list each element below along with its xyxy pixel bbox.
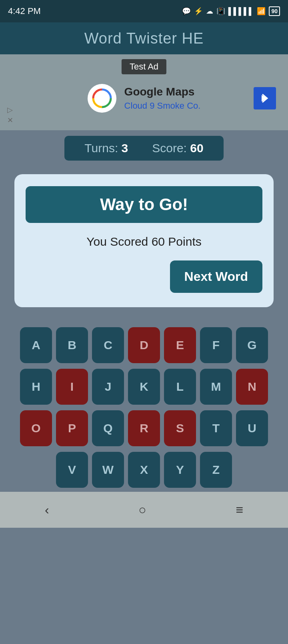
- status-bar: 4:42 PM 💬 ⚡ ☁ 📳 ▌▌▌▌▌ 📶 90: [0, 0, 288, 22]
- turns-value: 3: [122, 141, 128, 155]
- key-row-3: VWXYZ: [6, 452, 282, 488]
- ad-close-icon: ✕: [7, 116, 13, 125]
- key-i[interactable]: I: [56, 369, 88, 405]
- ad-content: Google Maps Cloud 9 Smoke Co.: [88, 84, 201, 113]
- key-letter-t: T: [212, 421, 220, 435]
- back-button[interactable]: ‹: [45, 503, 49, 517]
- key-row-1: HIJKLMN: [6, 369, 282, 405]
- ad-banner: Test Ad Google Maps Cloud 9 Smoke Co.: [0, 54, 288, 130]
- google-maps-logo: [88, 84, 116, 113]
- key-letter-p: P: [68, 421, 76, 435]
- key-w[interactable]: W: [92, 452, 124, 488]
- score-bar: Turns: 3 Score: 60: [0, 130, 288, 166]
- key-a[interactable]: A: [20, 327, 52, 363]
- key-l[interactable]: L: [164, 369, 196, 405]
- key-j[interactable]: J: [92, 369, 124, 405]
- next-word-label: Next Word: [184, 269, 248, 284]
- modal-header-text: Way to Go!: [100, 195, 188, 214]
- modal-next-row: Next Word: [26, 260, 262, 293]
- key-letter-l: L: [176, 380, 184, 394]
- score-box: Turns: 3 Score: 60: [64, 136, 223, 161]
- modal-card: Way to Go! You Scored 60 Points Next Wor…: [14, 174, 274, 307]
- status-icons: 💬 ⚡ ☁ 📳 ▌▌▌▌▌ 📶 90: [182, 6, 280, 16]
- key-letter-h: H: [32, 380, 40, 394]
- key-row-2: OPQRSTU: [6, 410, 282, 446]
- keyboard-area: ABCDEFGHIJKLMNOPQRSTUVWXYZ: [0, 319, 288, 492]
- ad-play-icon: ▷: [7, 105, 13, 114]
- ad-company-name: Google Maps: [124, 85, 201, 98]
- key-n[interactable]: N: [236, 369, 268, 405]
- usb-icon: ⚡: [194, 7, 203, 16]
- key-letter-s: S: [176, 421, 184, 435]
- key-m[interactable]: M: [200, 369, 232, 405]
- wifi-icon: 📶: [257, 7, 266, 16]
- key-letter-z: Z: [212, 463, 220, 477]
- key-letter-f: F: [212, 338, 220, 352]
- key-letter-n: N: [248, 380, 256, 394]
- next-word-button[interactable]: Next Word: [170, 260, 262, 293]
- key-letter-j: J: [105, 380, 112, 394]
- key-e[interactable]: E: [164, 327, 196, 363]
- signal-icon: ▌▌▌▌▌: [228, 7, 254, 16]
- score-label: Score: 60: [152, 141, 203, 155]
- ad-label: Test Ad: [122, 59, 166, 74]
- key-letter-q: Q: [103, 421, 112, 435]
- key-r[interactable]: R: [128, 410, 160, 446]
- key-letter-e: E: [176, 338, 184, 352]
- app-header: Word Twister HE: [0, 22, 288, 54]
- cloud-icon: ☁: [206, 7, 213, 16]
- key-row-0: ABCDEFG: [6, 327, 282, 363]
- turns-label: Turns: 3: [84, 141, 128, 155]
- key-letter-o: O: [31, 421, 40, 435]
- key-letter-r: R: [140, 421, 148, 435]
- key-letter-g: G: [247, 338, 256, 352]
- key-letter-d: D: [140, 338, 148, 352]
- whatsapp-icon: 💬: [182, 7, 191, 16]
- key-letter-v: V: [68, 463, 76, 477]
- key-letter-c: C: [104, 338, 112, 352]
- score-value: 60: [190, 141, 203, 155]
- key-v[interactable]: V: [56, 452, 88, 488]
- key-letter-b: B: [68, 338, 76, 352]
- vibrate-icon: 📳: [216, 7, 225, 16]
- ad-text-block: Google Maps Cloud 9 Smoke Co.: [124, 85, 201, 111]
- modal-header: Way to Go!: [26, 186, 262, 223]
- key-y[interactable]: Y: [164, 452, 196, 488]
- key-p[interactable]: P: [56, 410, 88, 446]
- key-f[interactable]: F: [200, 327, 232, 363]
- battery-icon: 90: [269, 6, 280, 16]
- key-letter-y: Y: [176, 463, 184, 477]
- key-b[interactable]: B: [56, 327, 88, 363]
- modal-score-text: You Scored 60 Points: [26, 231, 262, 252]
- key-t[interactable]: T: [200, 410, 232, 446]
- key-h[interactable]: H: [20, 369, 52, 405]
- key-u[interactable]: U: [236, 410, 268, 446]
- key-letter-u: U: [248, 421, 256, 435]
- key-c[interactable]: C: [92, 327, 124, 363]
- menu-button[interactable]: ≡: [236, 503, 243, 517]
- key-letter-w: W: [102, 463, 114, 477]
- key-z[interactable]: Z: [200, 452, 232, 488]
- key-letter-k: K: [140, 380, 148, 394]
- key-o[interactable]: O: [20, 410, 52, 446]
- modal-container: Way to Go! You Scored 60 Points Next Wor…: [0, 166, 288, 319]
- key-letter-i: I: [70, 380, 74, 394]
- key-s[interactable]: S: [164, 410, 196, 446]
- home-button[interactable]: ○: [138, 503, 146, 517]
- key-q[interactable]: Q: [92, 410, 124, 446]
- ad-nav-arrow[interactable]: [254, 87, 276, 109]
- key-k[interactable]: K: [128, 369, 160, 405]
- key-letter-a: A: [32, 338, 40, 352]
- app-title: Word Twister HE: [84, 30, 204, 47]
- status-time: 4:42 PM: [8, 6, 41, 16]
- nav-bar: ‹ ○ ≡: [0, 492, 288, 528]
- key-d[interactable]: D: [128, 327, 160, 363]
- key-x[interactable]: X: [128, 452, 160, 488]
- ad-controls: ▷ ✕: [7, 105, 13, 125]
- key-letter-x: X: [140, 463, 148, 477]
- key-g[interactable]: G: [236, 327, 268, 363]
- key-letter-m: M: [211, 380, 221, 394]
- ad-sub-text: Cloud 9 Smoke Co.: [124, 101, 201, 111]
- svg-point-1: [98, 94, 106, 102]
